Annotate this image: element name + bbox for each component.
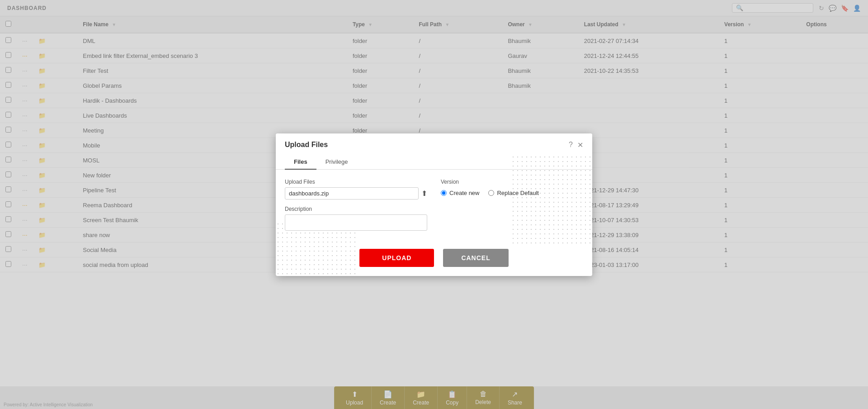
- version-label: Version: [441, 179, 583, 185]
- radio-create-new-input[interactable]: [441, 190, 447, 196]
- radio-replace-default[interactable]: Replace Default: [488, 190, 539, 196]
- form-left: Upload Files ⬆ Description: [285, 179, 427, 231]
- radio-create-new-label: Create new: [449, 190, 479, 196]
- modal-overlay: Upload Files ? ✕ Files Privilege Upload …: [0, 0, 868, 409]
- file-input-row: ⬆: [285, 187, 427, 200]
- description-input[interactable]: [285, 214, 427, 231]
- modal-title: Upload Files: [285, 141, 328, 149]
- file-input[interactable]: [285, 187, 419, 200]
- radio-replace-default-label: Replace Default: [497, 190, 539, 196]
- modal-header-icons: ? ✕: [569, 141, 583, 149]
- form-right: Version Create new Replace Default: [441, 179, 583, 196]
- upload-button[interactable]: UPLOAD: [359, 249, 434, 267]
- description-label: Description: [285, 206, 427, 212]
- modal-body: Files Privilege Upload Files ⬆ Descripti…: [276, 155, 592, 276]
- description-section: Description: [285, 206, 427, 231]
- tab-privilege[interactable]: Privilege: [316, 155, 357, 170]
- help-icon[interactable]: ?: [569, 141, 573, 149]
- modal-content-area: Upload Files ⬆ Description Version: [276, 170, 592, 240]
- form-row: Upload Files ⬆ Description Version: [285, 179, 583, 231]
- close-icon[interactable]: ✕: [577, 141, 583, 149]
- modal-header: Upload Files ? ✕: [276, 133, 592, 149]
- upload-file-icon-btn[interactable]: ⬆: [421, 189, 427, 198]
- modal-footer: UPLOAD CANCEL: [276, 240, 592, 276]
- radio-create-new[interactable]: Create new: [441, 190, 479, 196]
- upload-files-label: Upload Files: [285, 179, 427, 185]
- version-radio-group: Create new Replace Default: [441, 190, 583, 196]
- modal-tabs: Files Privilege: [276, 155, 592, 170]
- tab-files[interactable]: Files: [285, 155, 316, 170]
- cancel-button[interactable]: CANCEL: [443, 249, 508, 267]
- upload-modal: Upload Files ? ✕ Files Privilege Upload …: [276, 133, 592, 276]
- radio-replace-default-input[interactable]: [488, 190, 494, 196]
